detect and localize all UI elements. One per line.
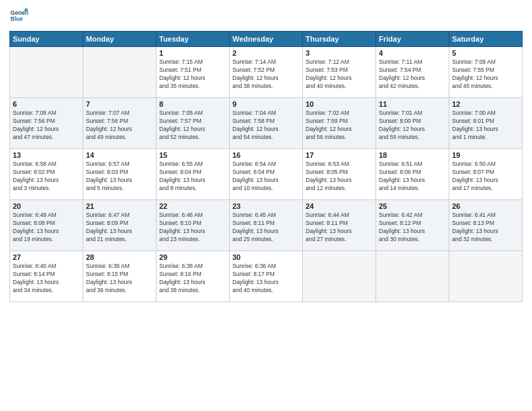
- day-number: 28: [86, 253, 153, 261]
- calendar-cell: 25Sunrise: 6:42 AM Sunset: 8:12 PM Dayli…: [376, 200, 449, 251]
- calendar-cell: 16Sunrise: 6:54 AM Sunset: 8:04 PM Dayli…: [230, 149, 303, 200]
- day-info: Sunrise: 6:47 AM Sunset: 8:09 PM Dayligh…: [86, 212, 153, 244]
- day-info: Sunrise: 7:00 AM Sunset: 8:01 PM Dayligh…: [452, 109, 519, 142]
- logo-icon: General Blue: [9, 7, 28, 26]
- day-number: 24: [306, 202, 373, 210]
- calendar-cell: 12Sunrise: 7:00 AM Sunset: 8:01 PM Dayli…: [449, 98, 523, 149]
- day-info: Sunrise: 7:15 AM Sunset: 7:51 PM Dayligh…: [159, 58, 226, 91]
- week-row-2: 6Sunrise: 7:08 AM Sunset: 7:56 PM Daylig…: [10, 98, 523, 149]
- day-info: Sunrise: 7:02 AM Sunset: 7:59 PM Dayligh…: [306, 109, 373, 142]
- day-number: 8: [159, 100, 226, 108]
- day-number: 27: [13, 253, 80, 261]
- calendar-cell: 11Sunrise: 7:01 AM Sunset: 8:00 PM Dayli…: [376, 98, 449, 149]
- calendar-cell: 5Sunrise: 7:09 AM Sunset: 7:55 PM Daylig…: [449, 47, 523, 98]
- day-info: Sunrise: 6:44 AM Sunset: 8:11 PM Dayligh…: [306, 212, 373, 244]
- day-info: Sunrise: 6:39 AM Sunset: 8:15 PM Dayligh…: [86, 263, 153, 295]
- day-info: Sunrise: 7:14 AM Sunset: 7:52 PM Dayligh…: [232, 58, 300, 91]
- day-number: 16: [232, 151, 300, 159]
- calendar-cell: [449, 251, 523, 302]
- calendar-cell: 6Sunrise: 7:08 AM Sunset: 7:56 PM Daylig…: [10, 98, 83, 149]
- day-number: 13: [13, 151, 80, 159]
- day-number: 1: [159, 49, 226, 57]
- calendar-cell: 17Sunrise: 6:53 AM Sunset: 8:05 PM Dayli…: [303, 149, 376, 200]
- day-number: 29: [159, 253, 226, 261]
- calendar-cell: 4Sunrise: 7:11 AM Sunset: 7:54 PM Daylig…: [376, 47, 449, 98]
- day-info: Sunrise: 6:42 AM Sunset: 8:12 PM Dayligh…: [379, 212, 446, 244]
- day-info: Sunrise: 6:45 AM Sunset: 8:11 PM Dayligh…: [232, 212, 300, 244]
- day-number: 3: [306, 49, 373, 57]
- day-info: Sunrise: 6:53 AM Sunset: 8:05 PM Dayligh…: [306, 161, 373, 193]
- calendar-cell: 1Sunrise: 7:15 AM Sunset: 7:51 PM Daylig…: [157, 47, 230, 98]
- calendar-cell: 7Sunrise: 7:07 AM Sunset: 7:56 PM Daylig…: [83, 98, 157, 149]
- week-row-5: 27Sunrise: 6:40 AM Sunset: 8:14 PM Dayli…: [10, 251, 523, 302]
- calendar-cell: 24Sunrise: 6:44 AM Sunset: 8:11 PM Dayli…: [303, 200, 376, 251]
- calendar-cell: 18Sunrise: 6:51 AM Sunset: 8:06 PM Dayli…: [376, 149, 449, 200]
- day-number: 17: [306, 151, 373, 159]
- calendar-cell: 30Sunrise: 6:36 AM Sunset: 8:17 PM Dayli…: [230, 251, 303, 302]
- weekday-header-sunday: Sunday: [10, 32, 83, 47]
- calendar-table: SundayMondayTuesdayWednesdayThursdayFrid…: [9, 31, 523, 302]
- weekday-header-wednesday: Wednesday: [230, 32, 303, 47]
- day-number: 12: [452, 100, 519, 108]
- day-number: 2: [232, 49, 300, 57]
- day-info: Sunrise: 6:41 AM Sunset: 8:13 PM Dayligh…: [452, 212, 519, 244]
- calendar-cell: 3Sunrise: 7:12 AM Sunset: 7:53 PM Daylig…: [303, 47, 376, 98]
- day-info: Sunrise: 6:51 AM Sunset: 8:06 PM Dayligh…: [379, 161, 446, 193]
- day-number: 4: [379, 49, 446, 57]
- calendar-cell: [83, 47, 157, 98]
- week-row-1: 1Sunrise: 7:15 AM Sunset: 7:51 PM Daylig…: [10, 47, 523, 98]
- day-number: 15: [159, 151, 226, 159]
- weekday-header-monday: Monday: [83, 32, 157, 47]
- calendar-cell: 21Sunrise: 6:47 AM Sunset: 8:09 PM Dayli…: [83, 200, 157, 251]
- week-row-3: 13Sunrise: 6:58 AM Sunset: 8:02 PM Dayli…: [10, 149, 523, 200]
- day-number: 6: [13, 100, 80, 108]
- day-info: Sunrise: 6:36 AM Sunset: 8:17 PM Dayligh…: [232, 263, 300, 295]
- day-info: Sunrise: 6:54 AM Sunset: 8:04 PM Dayligh…: [232, 161, 300, 193]
- day-info: Sunrise: 7:08 AM Sunset: 7:56 PM Dayligh…: [13, 109, 80, 142]
- day-info: Sunrise: 6:55 AM Sunset: 8:04 PM Dayligh…: [159, 161, 226, 193]
- day-number: 30: [232, 253, 300, 261]
- day-number: 11: [379, 100, 446, 108]
- calendar-cell: 13Sunrise: 6:58 AM Sunset: 8:02 PM Dayli…: [10, 149, 83, 200]
- day-number: 7: [86, 100, 153, 108]
- day-info: Sunrise: 6:46 AM Sunset: 8:10 PM Dayligh…: [159, 212, 226, 244]
- weekday-header-row: SundayMondayTuesdayWednesdayThursdayFrid…: [10, 32, 523, 47]
- day-number: 9: [232, 100, 300, 108]
- calendar-cell: 10Sunrise: 7:02 AM Sunset: 7:59 PM Dayli…: [303, 98, 376, 149]
- weekday-header-thursday: Thursday: [303, 32, 376, 47]
- calendar-cell: 29Sunrise: 6:38 AM Sunset: 8:16 PM Dayli…: [157, 251, 230, 302]
- day-info: Sunrise: 7:04 AM Sunset: 7:58 PM Dayligh…: [232, 109, 300, 142]
- weekday-header-tuesday: Tuesday: [157, 32, 230, 47]
- calendar-cell: [10, 47, 83, 98]
- calendar-cell: 19Sunrise: 6:50 AM Sunset: 8:07 PM Dayli…: [449, 149, 523, 200]
- day-info: Sunrise: 7:11 AM Sunset: 7:54 PM Dayligh…: [379, 58, 446, 91]
- day-number: 23: [232, 202, 300, 210]
- calendar-cell: 23Sunrise: 6:45 AM Sunset: 8:11 PM Dayli…: [230, 200, 303, 251]
- calendar-cell: [376, 251, 449, 302]
- calendar-cell: 14Sunrise: 6:57 AM Sunset: 8:03 PM Dayli…: [83, 149, 157, 200]
- day-info: Sunrise: 7:05 AM Sunset: 7:57 PM Dayligh…: [159, 109, 226, 142]
- calendar-cell: 15Sunrise: 6:55 AM Sunset: 8:04 PM Dayli…: [157, 149, 230, 200]
- day-number: 14: [86, 151, 153, 159]
- day-number: 22: [159, 202, 226, 210]
- calendar-cell: 26Sunrise: 6:41 AM Sunset: 8:13 PM Dayli…: [449, 200, 523, 251]
- logo: General Blue: [9, 7, 28, 26]
- day-number: 18: [379, 151, 446, 159]
- day-number: 25: [379, 202, 446, 210]
- calendar-cell: 8Sunrise: 7:05 AM Sunset: 7:57 PM Daylig…: [157, 98, 230, 149]
- day-info: Sunrise: 6:50 AM Sunset: 8:07 PM Dayligh…: [452, 161, 519, 193]
- day-number: 20: [13, 202, 80, 210]
- week-row-4: 20Sunrise: 6:49 AM Sunset: 8:08 PM Dayli…: [10, 200, 523, 251]
- day-info: Sunrise: 7:01 AM Sunset: 8:00 PM Dayligh…: [379, 109, 446, 142]
- day-number: 10: [306, 100, 373, 108]
- header: General Blue: [9, 7, 523, 26]
- calendar-cell: 2Sunrise: 7:14 AM Sunset: 7:52 PM Daylig…: [230, 47, 303, 98]
- calendar-cell: 22Sunrise: 6:46 AM Sunset: 8:10 PM Dayli…: [157, 200, 230, 251]
- calendar-page: General Blue SundayMondayTuesdayWednesda…: [0, 0, 532, 411]
- day-info: Sunrise: 6:58 AM Sunset: 8:02 PM Dayligh…: [13, 161, 80, 193]
- weekday-header-saturday: Saturday: [449, 32, 523, 47]
- day-number: 5: [452, 49, 519, 57]
- day-info: Sunrise: 6:38 AM Sunset: 8:16 PM Dayligh…: [159, 263, 226, 295]
- day-info: Sunrise: 7:12 AM Sunset: 7:53 PM Dayligh…: [306, 58, 373, 91]
- day-info: Sunrise: 6:57 AM Sunset: 8:03 PM Dayligh…: [86, 161, 153, 193]
